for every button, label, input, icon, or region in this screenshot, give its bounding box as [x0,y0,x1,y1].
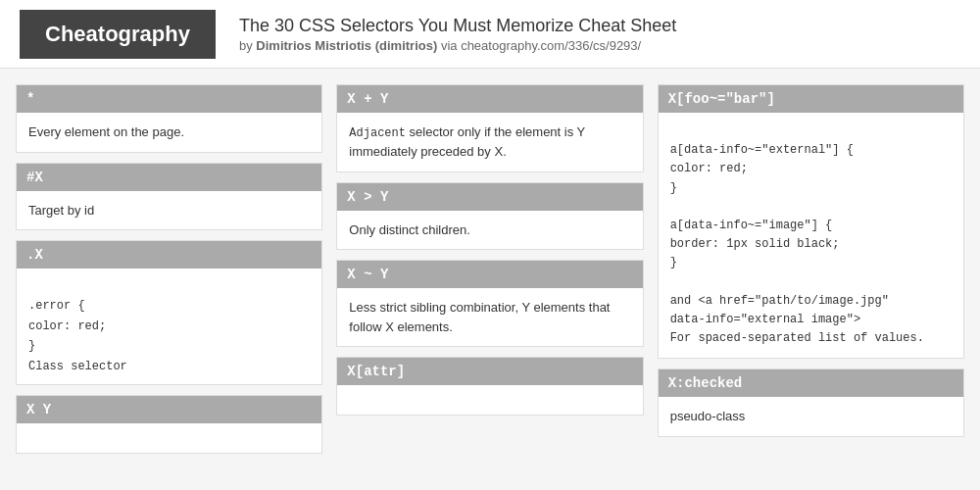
card-xgty-header: X > Y [337,183,642,211]
card-xplusy-header: X + Y [337,85,642,113]
logo-text: Cheatography [45,22,190,47]
card-xchecked: X:checked pseudo-class [658,368,964,437]
card-xtildey: X ~ Y Less strict sibling combinatior, Y… [336,260,643,347]
url-text: cheatography.com/336/cs/9293/ [461,38,641,53]
card-xtildey-body: Less strict sibling combinatior, Y eleme… [337,288,642,346]
card-xattr: X[attr] [336,357,643,416]
card-dotx: .X .error { color: red; } Class selector [16,240,322,385]
card-xtildey-header: X ~ Y [337,261,642,288]
logo: Cheatography [20,10,216,59]
card-xfoobar-body: a[data-info~="external"] { color: red; }… [659,113,963,358]
card-xfoobar: X[foo~="bar"] a[data-info~="external"] {… [658,84,964,359]
card-xattr-body [337,385,642,415]
card-star: * Every element on the page. [16,84,322,153]
card-xchecked-body: pseudo-class [659,397,963,436]
column-2: X + Y Adjacent selector only if the elem… [336,84,643,474]
card-star-header: * [17,85,321,113]
card-xattr-header: X[attr] [337,358,642,385]
card-xy-body [17,423,321,453]
main-content: * Every element on the page. #X Target b… [0,69,980,490]
card-xgty-body: Only distinct children. [337,211,642,250]
header-subtitle: by Dimitrios Mistriotis (dimitrios) via … [239,38,676,53]
card-hashx-header: #X [17,164,321,191]
card-xfoobar-header: X[foo~="bar"] [659,85,963,113]
column-3: X[foo~="bar"] a[data-info~="external"] {… [658,84,964,474]
header-title: The 30 CSS Selectors You Must Memorize C… [239,16,676,36]
card-xy-header: X Y [17,396,321,423]
card-dotx-body: .error { color: red; } Class selector [17,269,321,384]
card-hashx-body: Target by id [17,191,321,230]
card-star-body: Every element on the page. [17,113,321,152]
header: Cheatography The 30 CSS Selectors You Mu… [0,0,980,69]
card-xy: X Y [16,395,322,454]
card-xgty: X > Y Only distinct children. [336,182,643,251]
author-name: Dimitrios Mistriotis (dimitrios) [256,38,437,53]
card-dotx-header: .X [17,241,321,269]
column-1: * Every element on the page. #X Target b… [16,84,322,474]
card-xplusy-body: Adjacent selector only if the element is… [337,113,642,172]
header-text: The 30 CSS Selectors You Must Memorize C… [239,16,676,53]
card-hashx: #X Target by id [16,163,322,231]
card-xchecked-header: X:checked [659,369,963,397]
card-xplusy: X + Y Adjacent selector only if the elem… [336,84,643,172]
title-text: The 30 CSS Selectors You Must Memorize C… [239,16,676,35]
